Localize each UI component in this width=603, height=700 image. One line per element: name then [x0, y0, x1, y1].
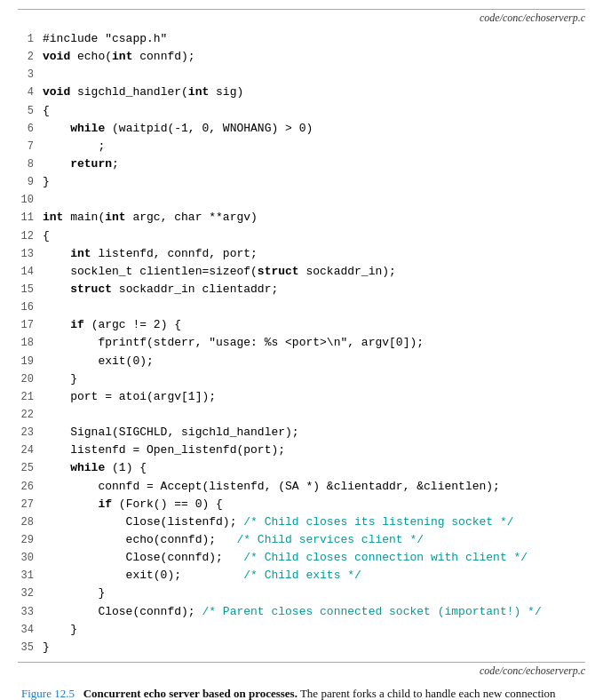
line-content: echo(connfd); /* Child services client *… [43, 531, 585, 549]
line-content: port = atoi(argv[1]); [43, 388, 585, 406]
line-number: 30 [18, 550, 43, 567]
code-line: 35} [18, 639, 585, 656]
line-number: 35 [18, 640, 43, 656]
line-content [43, 66, 585, 84]
line-content: } [43, 639, 585, 656]
line-content: while (1) { [43, 459, 585, 477]
line-content: if (Fork() == 0) { [43, 496, 585, 513]
code-line: 12{ [18, 227, 585, 245]
line-number: 14 [18, 264, 43, 281]
line-number: 3 [18, 67, 43, 84]
line-content: Close(connfd); /* Parent closes connecte… [43, 603, 585, 621]
code-line: 26 connfd = Accept(listenfd, (SA *) &cli… [18, 478, 585, 496]
code-line: 34 } [18, 621, 585, 639]
code-line: 17 if (argc != 2) { [18, 316, 585, 334]
line-content: Close(listenfd); /* Child closes its lis… [43, 513, 585, 531]
line-number: 26 [18, 479, 43, 496]
code-line: 24 listenfd = Open_listenfd(port); [18, 441, 585, 459]
code-line: 14 socklen_t clientlen=sizeof(struct soc… [18, 263, 585, 281]
code-line: 2void echo(int connfd); [18, 48, 585, 66]
code-line: 10 [18, 191, 585, 209]
line-number: 5 [18, 103, 43, 120]
figure-caption: Figure 12.5 Concurrent echo server based… [18, 685, 585, 700]
line-content [43, 406, 585, 424]
line-number: 20 [18, 371, 43, 388]
line-content: while (waitpid(-1, 0, WNOHANG) > 0) [43, 120, 585, 138]
code-line: 4void sigchld_handler(int sig) [18, 84, 585, 101]
line-number: 16 [18, 299, 43, 316]
code-line: 18 fprintf(stderr, "usage: %s <port>\n",… [18, 334, 585, 352]
line-number: 19 [18, 354, 43, 370]
code-line: 19 exit(0); [18, 353, 585, 370]
line-content: fprintf(stderr, "usage: %s <port>\n", ar… [43, 334, 585, 352]
top-rule [18, 9, 585, 10]
main-container: code/conc/echoserverp.c 1#include "csapp… [0, 0, 603, 700]
line-number: 21 [18, 389, 43, 406]
line-content: } [43, 370, 585, 388]
line-content: struct sockaddr_in clientaddr; [43, 281, 585, 298]
code-block: 1#include "csapp.h"2void echo(int connfd… [18, 28, 585, 658]
line-content: void sigchld_handler(int sig) [43, 84, 585, 101]
line-content: return; [43, 155, 585, 173]
code-line: 13 int listenfd, connfd, port; [18, 245, 585, 263]
line-number: 7 [18, 139, 43, 155]
line-number: 24 [18, 442, 43, 459]
code-line: 20 } [18, 370, 585, 388]
code-line: 29 echo(connfd); /* Child services clien… [18, 531, 585, 549]
code-line: 25 while (1) { [18, 459, 585, 477]
file-label-top: code/conc/echoserverp.c [18, 12, 585, 25]
line-content [43, 298, 585, 316]
line-number: 23 [18, 425, 43, 441]
code-line: 1#include "csapp.h" [18, 30, 585, 48]
line-content: exit(0); /* Child exits */ [43, 567, 585, 585]
file-label-bottom: code/conc/echoserverp.c [18, 664, 585, 678]
line-number: 9 [18, 174, 43, 191]
line-number: 25 [18, 460, 43, 477]
code-line: 32 } [18, 585, 585, 602]
line-number: 2 [18, 49, 43, 66]
line-content: #include "csapp.h" [43, 30, 585, 48]
code-line: 15 struct sockaddr_in clientaddr; [18, 281, 585, 298]
code-line: 28 Close(listenfd); /* Child closes its … [18, 513, 585, 531]
code-line: 6 while (waitpid(-1, 0, WNOHANG) > 0) [18, 120, 585, 138]
line-number: 4 [18, 84, 43, 101]
code-line: 33 Close(connfd); /* Parent closes conne… [18, 603, 585, 621]
line-number: 34 [18, 622, 43, 639]
code-line: 21 port = atoi(argv[1]); [18, 388, 585, 406]
line-number: 18 [18, 335, 43, 352]
bottom-rule [18, 662, 585, 663]
line-number: 10 [18, 192, 43, 209]
line-number: 8 [18, 156, 43, 173]
line-content: void echo(int connfd); [43, 48, 585, 66]
line-content: } [43, 621, 585, 639]
line-content [43, 191, 585, 209]
line-content: ; [43, 138, 585, 155]
line-content: } [43, 585, 585, 602]
line-content: { [43, 227, 585, 245]
code-line: 5{ [18, 102, 585, 120]
code-line: 3 [18, 66, 585, 84]
line-content: exit(0); [43, 353, 585, 370]
line-content: connfd = Accept(listenfd, (SA *) &client… [43, 478, 585, 496]
line-content: int main(int argc, char **argv) [43, 209, 585, 227]
line-content: if (argc != 2) { [43, 316, 585, 334]
code-line: 30 Close(connfd); /* Child closes connec… [18, 549, 585, 567]
line-content: int listenfd, connfd, port; [43, 245, 585, 263]
line-content: Close(connfd); /* Child closes connectio… [43, 549, 585, 567]
figure-label: Figure 12.5 [21, 687, 75, 700]
code-line: 27 if (Fork() == 0) { [18, 496, 585, 513]
code-line: 31 exit(0); /* Child exits */ [18, 567, 585, 585]
code-line: 16 [18, 298, 585, 316]
code-line: 9} [18, 173, 585, 191]
line-number: 11 [18, 210, 43, 227]
line-content: { [43, 102, 585, 120]
caption-bold-text: Concurrent echo server based on processe… [83, 687, 298, 700]
line-content: } [43, 173, 585, 191]
code-line: 11int main(int argc, char **argv) [18, 209, 585, 227]
line-number: 27 [18, 497, 43, 513]
line-number: 31 [18, 568, 43, 585]
line-content: listenfd = Open_listenfd(port); [43, 441, 585, 459]
line-content: Signal(SIGCHLD, sigchld_handler); [43, 424, 585, 441]
code-line: 7 ; [18, 138, 585, 155]
line-number: 32 [18, 585, 43, 602]
